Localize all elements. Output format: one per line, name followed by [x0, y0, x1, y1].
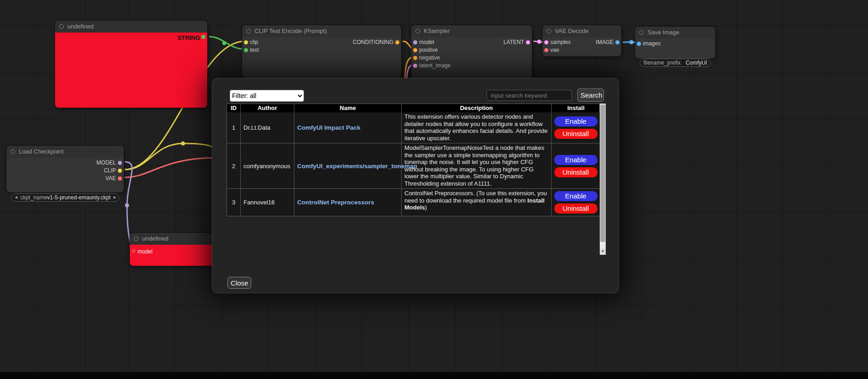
input-port-vae[interactable] — [544, 48, 548, 52]
node-title: undefined — [67, 23, 94, 30]
extension-link[interactable]: ComfyUI Impact Pack — [297, 124, 360, 131]
input-label: model — [138, 248, 153, 255]
node-title: CLIP Text Encode (Prompt) — [254, 27, 327, 34]
node-title: Save Image — [647, 29, 679, 36]
collapse-dot-icon[interactable] — [134, 236, 138, 241]
input-port-positive[interactable] — [413, 48, 417, 52]
cell-author: Fannovel16 — [241, 189, 294, 216]
input-label: vae — [542, 46, 621, 54]
wire-dot-clip — [181, 142, 185, 146]
scrollbar-thumb[interactable] — [600, 104, 605, 242]
extension-link[interactable]: ControlNet Preprocessors — [297, 199, 374, 206]
node-ksampler[interactable]: KSampler model LATENT positive negative … — [411, 25, 532, 80]
wire-clip-to-hidden-node — [125, 143, 219, 170]
extension-table-body: 1Dr.Lt.DataComfyUI Impact PackThis exten… — [227, 112, 600, 216]
enable-button[interactable]: Enable — [554, 116, 597, 126]
node-title-bar[interactable]: CLIP Text Encode (Prompt) — [242, 25, 401, 37]
cell-name: ComfyUI_experiments/sampler_tonemap — [294, 143, 402, 189]
uninstall-button[interactable]: Uninstall — [554, 167, 597, 177]
input-port-negative[interactable] — [413, 56, 417, 60]
node-save-image[interactable]: Save Image images filename_prefix ComfyU… — [635, 27, 715, 59]
filename-prefix-widget[interactable]: filename_prefix ComfyUI — [640, 59, 711, 67]
table-header-row: IDAuthorNameDescriptionInstall — [227, 104, 600, 112]
collapse-dot-icon[interactable] — [246, 29, 251, 33]
search-input[interactable] — [487, 90, 572, 101]
widget-label: ckpt_name — [20, 194, 47, 201]
input-label: images — [635, 40, 715, 48]
collapse-dot-icon[interactable] — [639, 30, 644, 35]
search-button[interactable]: Search — [577, 88, 604, 102]
input-port-model[interactable] — [413, 40, 417, 44]
extension-manager-dialog: Filter: all Search IDAuthorNameDescripti… — [212, 78, 619, 293]
node-body-error: model — [130, 245, 215, 266]
node-title-bar[interactable]: KSampler — [411, 25, 532, 37]
wire-dot-image — [630, 40, 634, 44]
enable-button[interactable]: Enable — [554, 155, 597, 165]
table-scrollbar[interactable]: ▼ — [600, 104, 606, 255]
output-port-model[interactable] — [118, 161, 122, 165]
node-undefined-top[interactable]: undefined STRING — [55, 21, 207, 108]
table-header-cell: Install — [552, 104, 600, 112]
widget-value: v1-5-pruned-emaonly.ckpt — [47, 194, 111, 201]
node-title-bar[interactable]: Load Checkpoint — [6, 146, 124, 158]
table-row: 2comfyanonymousComfyUI_experiments/sampl… — [227, 143, 600, 189]
graph-canvas[interactable]: undefined STRING CLIP Text Encode (Promp… — [0, 0, 868, 379]
input-label: positive — [411, 46, 532, 54]
uninstall-button[interactable]: Uninstall — [554, 129, 597, 139]
table-header-cell: Description — [402, 104, 552, 112]
cell-description: This extension offers various detector n… — [402, 112, 552, 143]
node-title: KSampler — [424, 27, 450, 34]
cell-author: comfyanonymous — [241, 143, 294, 189]
node-title: Load Checkpoint — [19, 148, 64, 155]
input-port-latent-image[interactable] — [413, 64, 417, 68]
node-undefined-bottom[interactable]: undefined model — [130, 233, 215, 266]
cell-install: EnableUninstall — [552, 143, 600, 189]
input-label: latent_image — [411, 62, 532, 70]
table-row: 3Fannovel16ControlNet PreprocessorsContr… — [227, 189, 600, 216]
output-port-vae[interactable] — [118, 176, 122, 181]
cell-description: ModelSamplerTonemapNoiseTest a node that… — [402, 143, 552, 189]
scrollbar-down-arrow-icon[interactable]: ▼ — [600, 248, 606, 255]
input-port-samples[interactable] — [544, 40, 548, 44]
node-title-bar[interactable]: undefined — [55, 21, 207, 33]
wire-dot-model — [125, 203, 129, 208]
collapse-dot-icon[interactable] — [547, 29, 551, 33]
node-title-bar[interactable]: undefined — [130, 233, 215, 245]
output-port-clip[interactable] — [118, 169, 122, 173]
decrement-arrow-icon[interactable]: ◀ — [15, 193, 17, 202]
filter-select[interactable]: Filter: all — [230, 90, 304, 102]
table-header-cell: Name — [294, 104, 402, 112]
output-label: CONDITIONING — [310, 38, 401, 46]
output-label: STRING — [177, 34, 200, 41]
input-port-model[interactable] — [132, 249, 136, 253]
node-load-checkpoint[interactable]: Load Checkpoint MODEL CLIP VAE ◀ ckpt_na… — [6, 146, 124, 192]
cell-install: EnableUninstall — [552, 112, 600, 143]
cell-install: EnableUninstall — [552, 189, 600, 216]
input-port-clip[interactable] — [244, 40, 248, 44]
node-title-bar[interactable]: Save Image — [635, 27, 715, 38]
widget-label: filename_prefix — [643, 60, 680, 66]
node-title-bar[interactable]: VAE Decode — [542, 25, 621, 37]
node-title: undefined — [142, 235, 168, 242]
input-label: negative — [411, 54, 532, 62]
output-label: IMAGE — [580, 38, 621, 46]
table-row: 1Dr.Lt.DataComfyUI Impact PackThis exten… — [227, 112, 600, 143]
collapse-dot-icon[interactable] — [415, 29, 420, 33]
close-button[interactable]: Close — [227, 277, 251, 289]
node-clip-text-encode[interactable]: CLIP Text Encode (Prompt) clip CONDITION… — [242, 25, 401, 78]
collapse-dot-icon[interactable] — [59, 24, 64, 29]
node-vae-decode[interactable]: VAE Decode samples IMAGE vae — [542, 25, 621, 56]
cell-name: ControlNet Preprocessors — [294, 189, 402, 216]
enable-button[interactable]: Enable — [554, 191, 597, 201]
extension-link[interactable]: ComfyUI_experiments/sampler_tonemap — [297, 163, 417, 170]
uninstall-button[interactable]: Uninstall — [554, 203, 597, 214]
collapse-dot-icon[interactable] — [11, 149, 15, 154]
cell-name: ComfyUI Impact Pack — [294, 112, 402, 143]
input-port-text[interactable] — [244, 48, 248, 52]
cell-id: 2 — [227, 143, 241, 189]
input-port-images[interactable] — [637, 42, 641, 46]
ckpt-name-widget[interactable]: ◀ ckpt_name v1-5-pruned-emaonly.ckpt ▶ — [11, 193, 119, 202]
output-port-string[interactable] — [201, 35, 205, 39]
increment-arrow-icon[interactable]: ▶ — [113, 193, 116, 202]
cell-id: 1 — [227, 112, 241, 143]
